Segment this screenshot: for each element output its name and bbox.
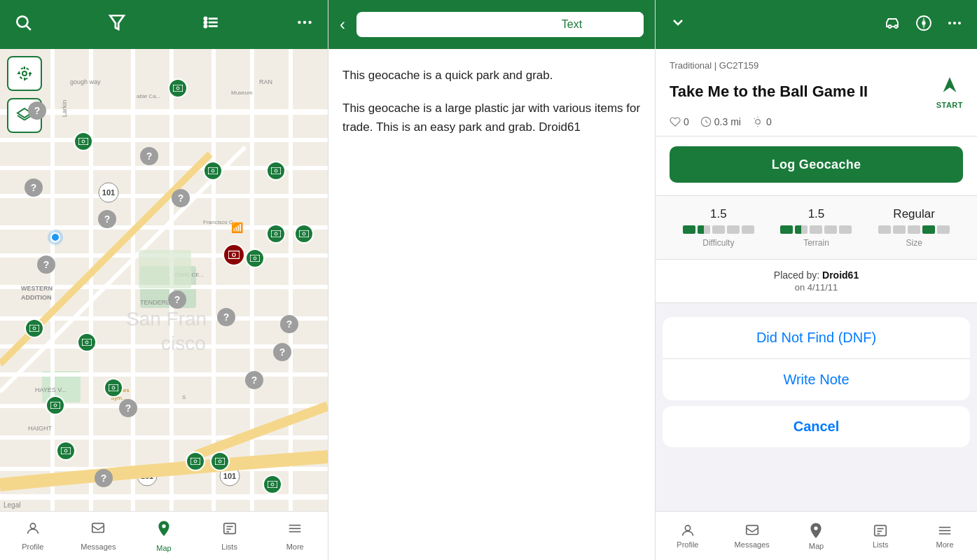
tab-text[interactable]: Text bbox=[500, 12, 644, 37]
list-icon[interactable] bbox=[202, 13, 220, 36]
cache-marker[interactable] bbox=[168, 78, 188, 98]
nav-profile[interactable]: Profile bbox=[12, 521, 54, 551]
unknown-cache-marker[interactable]: ? bbox=[172, 189, 190, 207]
right-nav-lists[interactable]: Lists bbox=[859, 523, 901, 549]
unknown-cache-marker[interactable]: ? bbox=[119, 399, 137, 417]
cache-marker[interactable] bbox=[74, 132, 93, 151]
more-menu-icon[interactable] bbox=[946, 15, 963, 35]
start-label: START bbox=[936, 101, 963, 109]
svg-point-124 bbox=[953, 22, 956, 24]
svg-point-77 bbox=[176, 87, 179, 90]
svg-point-107 bbox=[271, 483, 274, 486]
unknown-cache-marker[interactable]: ? bbox=[245, 371, 263, 389]
cache-marker[interactable] bbox=[186, 451, 205, 471]
car-icon[interactable] bbox=[885, 15, 901, 35]
nav-map[interactable]: Map bbox=[143, 519, 185, 552]
svg-rect-86 bbox=[299, 230, 309, 237]
cache-marker[interactable] bbox=[266, 161, 286, 181]
unknown-cache-marker[interactable]: ? bbox=[273, 343, 291, 361]
unknown-cache-marker[interactable]: ? bbox=[217, 308, 235, 326]
placed-by-section: Placed by: Droid61 on 4/11/11 bbox=[656, 260, 977, 303]
locate-button[interactable] bbox=[7, 56, 42, 91]
placed-by-date: on 4/11/11 bbox=[670, 282, 963, 293]
nav-lists[interactable]: Lists bbox=[209, 521, 251, 551]
cache-marker[interactable] bbox=[46, 396, 65, 415]
svg-point-67 bbox=[22, 71, 27, 76]
svg-point-85 bbox=[275, 232, 277, 235]
svg-marker-2 bbox=[110, 15, 124, 29]
nav-more[interactable]: More bbox=[274, 521, 316, 551]
unknown-cache-marker[interactable]: ? bbox=[280, 315, 298, 333]
unknown-cache-marker[interactable]: ? bbox=[168, 290, 186, 309]
diff-bar-1 bbox=[683, 225, 695, 234]
cache-marker[interactable] bbox=[56, 441, 76, 461]
unknown-cache-marker[interactable]: ? bbox=[37, 255, 55, 274]
cache-marker[interactable] bbox=[245, 248, 265, 268]
svg-text:HAYES V...: HAYES V... bbox=[35, 386, 67, 393]
map-pin-icon bbox=[155, 519, 173, 542]
svg-point-3 bbox=[205, 18, 207, 20]
more-label: More bbox=[286, 542, 304, 551]
lists-label: Lists bbox=[221, 542, 237, 551]
current-location-dot bbox=[50, 232, 60, 242]
svg-marker-126 bbox=[943, 77, 956, 92]
size-item: Regular Size bbox=[878, 207, 950, 248]
cache-marker[interactable] bbox=[77, 332, 97, 352]
filter-icon[interactable] bbox=[108, 13, 126, 36]
cache-marker[interactable] bbox=[294, 224, 314, 244]
more-dots-icon[interactable] bbox=[296, 13, 314, 36]
cache-marker[interactable] bbox=[266, 224, 286, 244]
right-nav-map[interactable]: Map bbox=[795, 522, 837, 550]
unknown-cache-marker[interactable]: ? bbox=[140, 147, 158, 165]
unknown-cache-marker[interactable]: ? bbox=[98, 210, 116, 228]
right-more-label: More bbox=[936, 540, 954, 549]
cancel-button[interactable]: Cancel bbox=[663, 406, 970, 447]
back-button[interactable]: ‹ bbox=[340, 15, 345, 34]
svg-point-97 bbox=[112, 386, 115, 389]
size-label: Size bbox=[906, 238, 922, 248]
terrain-bar-3 bbox=[810, 225, 822, 234]
write-note-button[interactable]: Write Note bbox=[663, 359, 970, 400]
right-lists-label: Lists bbox=[873, 540, 889, 549]
right-nav-more[interactable]: More bbox=[924, 523, 966, 549]
detail-scroll-area[interactable]: Traditional | GC2T159 Take Me to the Bal… bbox=[656, 49, 977, 511]
svg-text:Museum: Museum bbox=[231, 90, 253, 96]
map-view[interactable]: 101 101 101 Polk St Larkin San Fran cisc… bbox=[0, 49, 328, 511]
dropdown-icon[interactable] bbox=[670, 14, 686, 35]
terrain-value: 1.5 bbox=[808, 207, 825, 221]
cache-marker[interactable] bbox=[203, 161, 223, 181]
right-nav-messages[interactable]: Messages bbox=[731, 523, 773, 549]
compass-icon[interactable] bbox=[915, 15, 932, 35]
tab-web[interactable]: Web bbox=[356, 12, 500, 37]
cache-marker[interactable] bbox=[104, 378, 123, 398]
cache-marker[interactable] bbox=[263, 475, 282, 494]
content-header: ‹ Web Text bbox=[328, 0, 655, 49]
svg-point-87 bbox=[303, 232, 305, 235]
cache-marker[interactable] bbox=[25, 318, 44, 338]
log-geocache-button[interactable]: Log Geocache bbox=[670, 146, 963, 183]
cache-marker[interactable] bbox=[210, 451, 230, 471]
svg-point-79 bbox=[82, 140, 85, 143]
difficulty-value: 1.5 bbox=[710, 207, 727, 221]
start-arrow-icon bbox=[938, 74, 961, 101]
svg-rect-82 bbox=[271, 167, 281, 174]
search-icon[interactable] bbox=[14, 13, 32, 36]
active-cache-marker[interactable] bbox=[223, 244, 245, 266]
size-value: Regular bbox=[893, 207, 935, 221]
description-paragraph-2: This geocache is a large plastic jar wit… bbox=[342, 99, 641, 136]
unknown-cache-marker[interactable]: ? bbox=[95, 469, 113, 487]
svg-rect-88 bbox=[228, 251, 240, 258]
svg-rect-80 bbox=[208, 167, 218, 174]
unknown-cache-marker[interactable]: ? bbox=[25, 178, 43, 197]
right-profile-label: Profile bbox=[677, 540, 698, 549]
start-button[interactable]: START bbox=[936, 74, 963, 109]
dnf-button[interactable]: Did Not Find (DNF) bbox=[663, 317, 970, 359]
nav-messages[interactable]: Messages bbox=[77, 521, 119, 551]
svg-point-123 bbox=[948, 22, 951, 24]
unknown-cache-marker[interactable]: ? bbox=[28, 102, 46, 120]
svg-rect-78 bbox=[78, 138, 88, 145]
right-nav-profile[interactable]: Profile bbox=[667, 523, 709, 549]
placed-by-prefix: Placed by: bbox=[774, 270, 822, 281]
wifi-icon: 📶 bbox=[231, 222, 243, 233]
header-actions bbox=[885, 15, 963, 35]
